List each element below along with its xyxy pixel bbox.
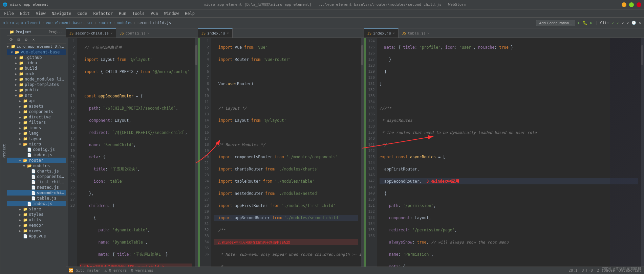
tree-mock[interactable]: ▶ 📁 mock <box>7 71 66 76</box>
git-update[interactable]: ↙ <box>622 21 624 25</box>
tree-micro[interactable]: ▼ 📂 micro <box>7 141 66 147</box>
run-icon[interactable]: ▶ <box>578 21 580 25</box>
scrollbar-panel3[interactable] <box>641 38 644 267</box>
tab-config[interactable]: JS config.js × <box>116 29 153 38</box>
menu-refactor[interactable]: Refactor <box>90 10 115 17</box>
tree-second-child[interactable]: ▶ 📄 second-child.js <box>7 190 66 196</box>
minimize-btn[interactable] <box>622 2 626 7</box>
scrollbar-panel2[interactable] <box>361 38 364 267</box>
tab-close-config[interactable]: × <box>147 31 149 35</box>
tree-root[interactable]: ▼ 📁 icro-app-element D:\a_我前... <box>7 44 66 49</box>
status-git[interactable]: 🔀 Git: master <box>69 268 100 273</box>
tree-lang[interactable]: ▶ 📁 lang <box>7 131 66 136</box>
tree-node-modules[interactable]: ▶ 📁 node_modules library root <box>7 76 66 82</box>
tree-build[interactable]: ▶ 📁 build <box>7 66 66 71</box>
tree-store[interactable]: ▶ 📁 store <box>7 206 66 212</box>
tree-components-js[interactable]: ▶ 📄 components.js <box>7 174 66 179</box>
scrollbar-panel1[interactable] <box>195 38 198 267</box>
tab-table[interactable]: JS table.js × <box>399 29 433 38</box>
code-scroll-panel2[interactable]: 12345 678910 1112131415 1617181920 21222… <box>198 38 364 267</box>
tab-second-child[interactable]: JS second-child.js × <box>66 28 116 38</box>
status-line-col[interactable]: 28:1 <box>568 268 578 273</box>
tab-close-index1[interactable]: × <box>227 31 229 35</box>
hide-sidebar-icon[interactable]: × <box>30 37 37 43</box>
tree-utils[interactable]: ▶ 📁 utils <box>7 217 66 223</box>
code-scroll-panel1[interactable]: 12345 678910 1112131415 1617181920 21222… <box>66 38 198 267</box>
breadcrumb-router[interactable]: router <box>98 21 112 25</box>
project-tab[interactable]: Project <box>2 143 7 160</box>
tree-assets[interactable]: ▶ 📁 assets <box>7 104 66 109</box>
tree-modules[interactable]: ▼ 📂 modules <box>7 163 66 168</box>
tree-idea[interactable]: ▶ 📁 .idea <box>7 60 66 66</box>
menu-tools[interactable]: Tools <box>130 10 147 17</box>
tab-index2[interactable]: JS index.js × <box>364 28 399 38</box>
tree-views[interactable]: ▶ 📁 views <box>7 228 66 233</box>
coverage-icon[interactable]: ▶ <box>590 21 593 25</box>
menu-edit[interactable]: Edit <box>17 10 33 17</box>
app-icon: 🌐 <box>3 2 7 7</box>
tree-table-js[interactable]: ▶ 📄 table.js <box>7 196 66 201</box>
code-content-panel3[interactable]: meta: { title: 'profile', icon: 'user', … <box>377 38 641 267</box>
breadcrumb-vue-element-base[interactable]: vue-element-base <box>46 21 82 25</box>
tree-index-router[interactable]: ▶ 📄 index.js <box>7 201 66 206</box>
settings-icon[interactable]: ⚙ <box>639 21 641 25</box>
tab-close-second-child[interactable]: × <box>110 31 112 35</box>
tab-bar-panel3: JS index.js × JS table.js × <box>364 28 644 38</box>
tree-nested[interactable]: ▶ 📄 nested.js <box>7 185 66 190</box>
tree-directive[interactable]: ▶ 📁 directive <box>7 114 66 120</box>
close-btn[interactable] <box>637 2 641 7</box>
status-errors[interactable]: ⚠ 0 errors <box>104 268 127 273</box>
menu-file[interactable]: File <box>1 10 17 17</box>
git-history[interactable]: 🕐 <box>631 21 636 25</box>
breadcrumb-project[interactable]: micro-app-element <box>3 21 41 25</box>
maximize-btn[interactable] <box>629 2 634 7</box>
menu-run[interactable]: Run <box>116 10 129 17</box>
tree-src[interactable]: ▼ 📂 src <box>7 93 66 98</box>
tree-appvue[interactable]: ▶ 📄 App.vue <box>7 233 66 239</box>
code-content-panel2[interactable]: import Vue from 'vue' import Router from… <box>211 38 361 267</box>
menu-window[interactable]: Window <box>162 10 181 17</box>
debug-icon[interactable]: 🐛 <box>583 21 587 25</box>
status-bar: 🔀 Git: master ⚠ 0 errors 0 warnings 28:1… <box>66 267 644 274</box>
tree-first-child[interactable]: ▶ 📄 first-child.js <box>7 179 66 185</box>
tree-filters[interactable]: ▶ 📁 filters <box>7 120 66 125</box>
tree-icons[interactable]: ▶ 📁 icons <box>7 125 66 131</box>
git-check1: ✓ <box>612 21 614 25</box>
code-scroll-panel3[interactable]: 124125126127128 129130131132133 13413513… <box>364 38 644 267</box>
status-encoding[interactable]: UTF-8 <box>582 268 593 273</box>
tree-plop[interactable]: ▶ 📁 plop-templates <box>7 82 66 87</box>
tab-close-index2[interactable]: × <box>393 31 395 35</box>
sync-icon[interactable]: ⟳ <box>8 37 14 43</box>
tree-index-micro[interactable]: ▶ 📄 index.js <box>7 152 66 158</box>
add-config-button[interactable]: Add Configuration... <box>536 20 575 26</box>
tree-public[interactable]: ▶ 📁 public <box>7 87 66 93</box>
breadcrumb-src[interactable]: src <box>87 21 93 25</box>
tree-router[interactable]: ▼ 📂 router <box>7 158 66 163</box>
menu-help[interactable]: Help <box>182 10 197 17</box>
sidebar-header: 📁 Project Proj... <box>7 28 66 36</box>
status-indent[interactable]: 2 spaces <box>597 268 615 273</box>
tab-index1[interactable]: JS index.js × <box>198 28 233 38</box>
tree-api[interactable]: ▶ 📁 api <box>7 98 66 104</box>
tree-github[interactable]: ▶ 📁 .github <box>7 55 66 60</box>
status-warnings[interactable]: 0 warnings <box>131 268 153 273</box>
status-filetype[interactable]: JavaScript <box>619 268 641 273</box>
menu-code[interactable]: Code <box>75 10 90 17</box>
tree-charts[interactable]: ▶ 📄 charts.js <box>7 168 66 174</box>
menu-navigate[interactable]: Navigate <box>49 10 74 17</box>
tree-components[interactable]: ▶ 📁 components <box>7 109 66 114</box>
settings-sidebar-icon[interactable]: ⚙ <box>23 37 29 43</box>
git-push[interactable]: ↗ <box>627 21 629 25</box>
tree-vue-element-base[interactable]: ▼ 📂 vue-element-base <box>7 49 66 55</box>
tab-label-config: config.js <box>125 31 146 36</box>
tree-config-js[interactable]: ▶ 📄 config.js <box>7 147 66 152</box>
tree-layout[interactable]: ▶ 📁 layout <box>7 136 66 141</box>
tree-styles[interactable]: ▶ 📁 styles <box>7 212 66 217</box>
code-content-panel1[interactable]: // 子应用2路由菜单 import Layout from '@/layout… <box>77 38 195 267</box>
collapse-icon[interactable]: ⊟ <box>16 37 22 43</box>
menu-view[interactable]: View <box>33 10 48 17</box>
tree-vendor[interactable]: ▶ 📁 vendor <box>7 223 66 228</box>
menu-vcs[interactable]: VCS <box>148 10 161 17</box>
tab-close-table[interactable]: × <box>427 31 429 35</box>
breadcrumb-modules[interactable]: modules <box>117 21 132 25</box>
